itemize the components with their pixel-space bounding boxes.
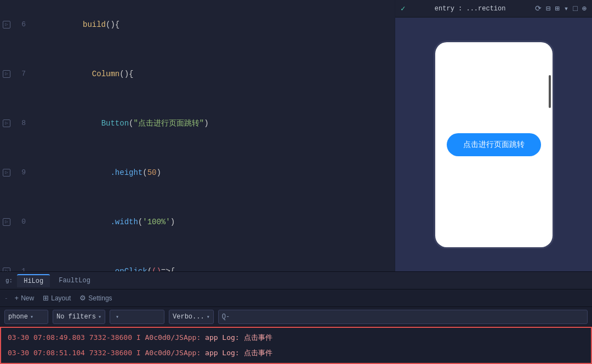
code-line-9: ▷ 9 .height(50) [0, 148, 395, 197]
phone-app-button[interactable]: 点击进行页面跳转 [447, 133, 541, 156]
filter-row: phone ▾ No filters ▾ ▾ Verbo... ▾ Q- [0, 307, 592, 327]
breakpoint-9[interactable]: ▷ [3, 169, 10, 177]
preview-title: entry : ...rection [435, 5, 506, 13]
log-ts-2: 03-30 07:08:51.104 [8, 349, 85, 357]
breakpoint-7[interactable]: ▷ [3, 70, 10, 78]
code-line-11: ▷ 1 .onClick(()=>{ [0, 247, 395, 271]
log-entry-1: 03-30 07:08:49.803 7332-38600 I A0c0d0/J… [1, 330, 591, 345]
filter2-arrow: ▾ [116, 314, 119, 320]
preview-header: ✓ entry : ...rection ⟳ ⊟ ⊞ ▾ □ ⊕ [395, 0, 592, 18]
code-line-7: ▷ 7 Column(){ [0, 49, 395, 99]
verbosity-value: Verbo... [173, 313, 204, 321]
line-content-10: .width('100%') [30, 197, 175, 247]
layers-icon[interactable]: ⊟ [546, 4, 550, 13]
tab-hilog[interactable]: HiLog [17, 274, 50, 287]
line-content-9: .height(50) [30, 148, 161, 197]
log-content: 03-30 07:08:49.803 7332-38600 I A0c0d0/J… [0, 327, 592, 364]
log-tag-1: A0c0d0/JSApp: [145, 333, 201, 342]
line-content-11: .onClick(()=>{ [30, 247, 175, 271]
grid-icon[interactable]: ⊞ [555, 4, 559, 13]
code-line-6: ▷ 6 build(){ [0, 0, 395, 49]
layout-icon: ⊞ [43, 294, 49, 302]
log-level-1: I [136, 333, 141, 342]
log-tabs: g: HiLog FaultLog [0, 272, 592, 289]
line-num-7: 7 [13, 66, 26, 82]
no-filters-arrow: ▾ [98, 314, 101, 320]
filter2-select[interactable]: ▾ [110, 310, 164, 324]
phone-mockup-container: 点击进行页面跳转 [395, 18, 592, 271]
log-level-2: I [136, 349, 141, 357]
log-msg-2: app Log: 点击事件 [205, 349, 272, 357]
device-filter[interactable]: phone ▾ [4, 310, 48, 324]
main-content: ▷ 6 build(){ ▷ 7 Column(){ [0, 0, 592, 271]
line-gutter-10: ▷ 0 [0, 214, 30, 230]
line-num-6: 6 [13, 16, 26, 33]
code-editor: ▷ 6 build(){ ▷ 7 Column(){ [0, 0, 395, 271]
no-filters-value: No filters [56, 313, 96, 321]
code-lines: ▷ 6 build(){ ▷ 7 Column(){ [0, 0, 395, 271]
line-gutter-6: ▷ 6 [0, 16, 30, 33]
expand-icon[interactable]: □ [573, 4, 577, 13]
sync-icon[interactable]: ⟳ [535, 4, 542, 13]
preview-icon-group: ⟳ ⊟ ⊞ ▾ □ ⊕ [535, 4, 587, 13]
log-entry-2: 03-30 07:08:51.104 7332-38600 I A0c0d0/J… [1, 345, 591, 361]
zoom-icon[interactable]: ⊕ [582, 4, 587, 13]
new-label: New [21, 294, 34, 302]
verbosity-select[interactable]: Verbo... ▾ [169, 310, 214, 324]
line-num-11: 1 [13, 263, 26, 271]
new-button[interactable]: + New [13, 293, 37, 303]
settings-label: Settings [88, 294, 112, 302]
breakpoint-8[interactable]: ▷ [3, 120, 10, 127]
search-icon: Q- [222, 313, 230, 321]
line-gutter-8: ▷ 8 [0, 115, 30, 132]
line-content-8: Button("点击进行页面跳转") [30, 99, 209, 148]
code-line-10: ▷ 0 .width('100%') [0, 197, 395, 247]
log-label: g: [5, 277, 13, 284]
layout-label: Layout [51, 294, 71, 302]
code-line-8: ▷ 8 Button("点击进行页面跳转") [0, 99, 395, 148]
log-toolbar: - + New ⊞ Layout ⚙ Settings [0, 289, 592, 307]
preview-pane: ✓ entry : ...rection ⟳ ⊟ ⊞ ▾ □ ⊕ 点击进行页面跳… [395, 0, 592, 271]
log-pid-2: 7332-38600 [89, 349, 132, 357]
log-tag-2: A0c0d0/JSApp: [145, 349, 201, 357]
breakpoint-10[interactable]: ▷ [3, 218, 10, 226]
device-filter-value: phone [8, 313, 28, 321]
line-content-7: Column(){ [30, 49, 133, 99]
settings-button[interactable]: ⚙ Settings [77, 293, 114, 303]
line-gutter-7: ▷ 7 [0, 66, 30, 82]
line-num-10: 0 [13, 214, 26, 230]
phone-scrollbar[interactable] [549, 75, 551, 108]
line-num-9: 9 [13, 164, 26, 181]
plus-icon: + [15, 294, 19, 302]
log-pid-1: 7332-38600 [89, 333, 132, 342]
tab-faultlog[interactable]: FaultLog [52, 275, 97, 287]
phone-mockup: 点击进行页面跳转 [434, 41, 554, 249]
dropdown-icon[interactable]: ▾ [564, 4, 568, 13]
check-icon: ✓ [401, 4, 405, 13]
toolbar-dash: - [4, 295, 8, 302]
line-content-6: build(){ [30, 0, 119, 49]
breakpoint-6[interactable]: ▷ [3, 21, 10, 29]
log-search[interactable]: Q- [218, 310, 588, 324]
log-panel: g: HiLog FaultLog - + New ⊞ Layout ⚙ Set… [0, 271, 592, 364]
phone-screen: 点击进行页面跳转 [435, 42, 553, 247]
no-filters-select[interactable]: No filters ▾ [53, 310, 105, 324]
device-filter-arrow: ▾ [30, 314, 33, 320]
verbosity-arrow: ▾ [207, 314, 210, 320]
line-gutter-11: ▷ 1 [0, 263, 30, 271]
layout-button[interactable]: ⊞ Layout [41, 293, 73, 303]
log-ts-1: 03-30 07:08:49.803 [8, 333, 85, 342]
log-msg-1: app Log: 点击事件 [205, 333, 272, 342]
line-gutter-9: ▷ 9 [0, 164, 30, 181]
line-num-8: 8 [13, 115, 26, 132]
gear-icon: ⚙ [79, 294, 86, 302]
breakpoint-11[interactable]: ▷ [3, 268, 10, 271]
